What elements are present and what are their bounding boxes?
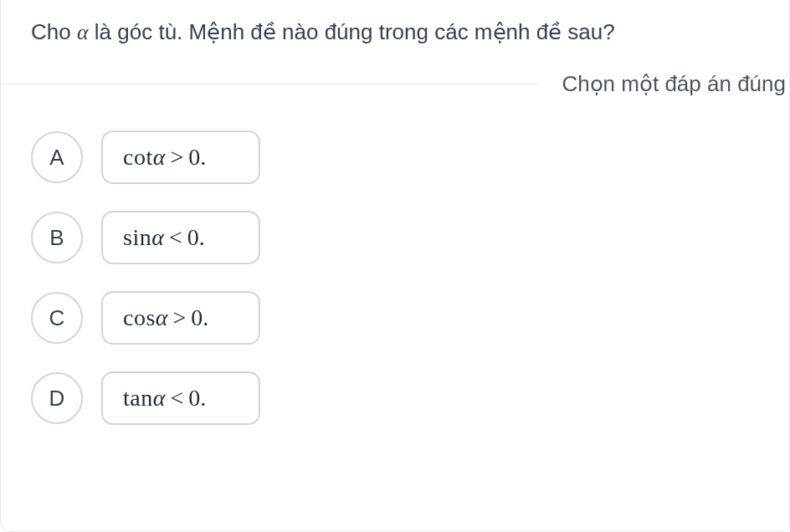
formula-rhs: 0: [187, 224, 199, 251]
option-c-button[interactable]: C: [31, 292, 83, 344]
formula-rhs: 0: [191, 304, 203, 331]
option-letter-label: C: [49, 305, 65, 331]
formula-op: <: [170, 385, 183, 412]
question-suffix: là góc tù. Mệnh đề nào đúng trong các mệ…: [89, 19, 615, 44]
formula-op: >: [173, 304, 187, 331]
formula-func: sin: [123, 224, 151, 251]
formula-tail: .: [203, 304, 208, 331]
option-d-formula[interactable]: tanα<0 .: [101, 371, 260, 425]
option-a-formula[interactable]: cotα>0 .: [101, 130, 260, 184]
divider-line: [1, 84, 538, 84]
option-letter-label: D: [49, 386, 65, 412]
option-c-formula[interactable]: cosα>0 .: [101, 291, 260, 345]
option-a-row: A cotα>0 .: [31, 130, 789, 184]
instruction-text: Chọn một đáp án đúng: [538, 71, 789, 97]
formula-var: α: [153, 385, 166, 412]
option-c-row: C cosα>0 .: [31, 291, 789, 345]
question-variable: α: [77, 20, 89, 44]
divider-row: Chọn một đáp án đúng: [1, 71, 789, 97]
formula-func: cos: [123, 304, 156, 331]
formula-func: tan: [123, 385, 153, 412]
formula-var: α: [153, 144, 166, 171]
option-d-button[interactable]: D: [31, 372, 83, 424]
formula-op: >: [170, 144, 183, 171]
quiz-container: Cho α là góc tù. Mệnh đề nào đúng trong …: [0, 0, 790, 532]
option-letter-label: B: [49, 225, 64, 251]
option-b-button[interactable]: B: [31, 212, 83, 263]
formula-tail: .: [199, 224, 205, 251]
question-text: Cho α là góc tù. Mệnh đề nào đúng trong …: [1, 0, 789, 71]
formula-rhs: 0: [188, 144, 200, 171]
formula-tail: .: [200, 144, 206, 171]
option-a-button[interactable]: A: [31, 131, 83, 183]
formula-rhs: 0: [188, 385, 200, 412]
formula-op: <: [169, 224, 182, 251]
option-d-row: D tanα<0 .: [31, 371, 789, 425]
formula-func: cot: [123, 144, 153, 171]
option-b-formula[interactable]: sinα<0 .: [101, 211, 260, 264]
options-list: A cotα>0 . B sinα<0 . C cosα>0 . D: [1, 130, 789, 425]
formula-var: α: [151, 224, 164, 251]
formula-var: α: [156, 304, 168, 331]
option-b-row: B sinα<0 .: [31, 211, 789, 264]
formula-tail: .: [200, 385, 206, 412]
question-prefix: Cho: [31, 19, 77, 44]
option-letter-label: A: [49, 145, 64, 171]
